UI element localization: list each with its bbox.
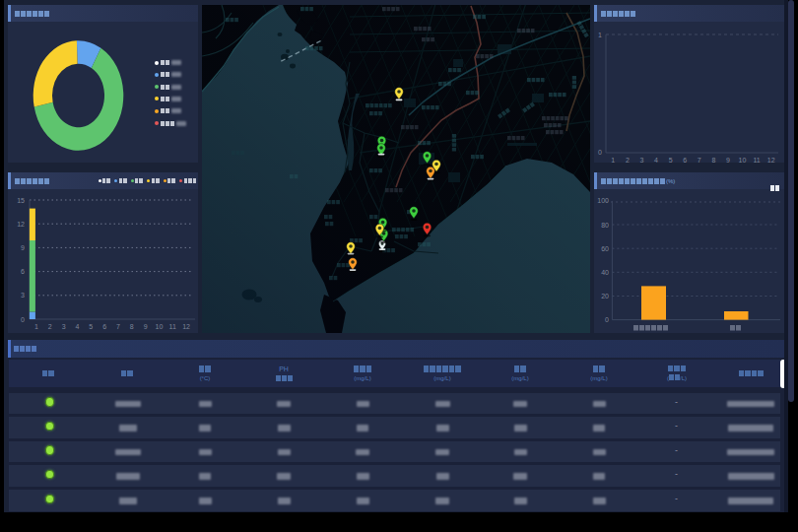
- svg-text:1: 1: [611, 157, 615, 164]
- svg-text:5: 5: [89, 323, 93, 330]
- svg-text:3: 3: [21, 292, 25, 299]
- svg-text:12: 12: [182, 323, 190, 330]
- svg-text:3: 3: [640, 157, 644, 164]
- svg-text:40: 40: [601, 269, 609, 276]
- svg-text:2: 2: [48, 323, 52, 330]
- svg-text:1: 1: [598, 32, 602, 38]
- svg-text:7: 7: [698, 157, 701, 164]
- svg-text:6: 6: [102, 323, 106, 330]
- svg-text:100: 100: [597, 197, 609, 204]
- svg-text:12: 12: [17, 221, 25, 228]
- svg-text:8: 8: [130, 323, 134, 330]
- svg-text:6: 6: [683, 157, 687, 164]
- svg-text:15: 15: [17, 197, 25, 204]
- svg-text:9: 9: [21, 244, 25, 251]
- svg-text:0: 0: [605, 316, 609, 323]
- svg-text:0: 0: [21, 316, 25, 323]
- svg-text:10: 10: [739, 157, 747, 164]
- svg-text:10: 10: [156, 323, 164, 330]
- svg-text:7: 7: [116, 323, 120, 330]
- svg-text:20: 20: [601, 293, 609, 299]
- svg-text:5: 5: [669, 157, 673, 164]
- svg-text:1: 1: [34, 323, 38, 330]
- svg-text:80: 80: [601, 222, 609, 229]
- svg-text:4: 4: [75, 323, 79, 330]
- svg-text:4: 4: [654, 157, 658, 164]
- svg-text:2: 2: [626, 157, 630, 164]
- svg-text:0: 0: [598, 149, 602, 156]
- svg-text:6: 6: [21, 268, 25, 275]
- svg-text:12: 12: [767, 157, 775, 164]
- svg-text:11: 11: [169, 323, 176, 330]
- svg-text:11: 11: [753, 157, 760, 164]
- svg-text:9: 9: [144, 323, 148, 330]
- svg-text:60: 60: [601, 245, 609, 252]
- svg-text:8: 8: [711, 157, 715, 164]
- svg-text:9: 9: [726, 157, 730, 164]
- svg-text:3: 3: [62, 323, 66, 330]
